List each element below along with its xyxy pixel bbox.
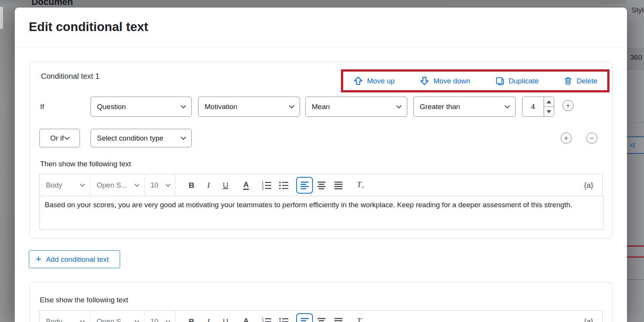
bullet-list-icon [278, 317, 289, 322]
ordered-list-icon: 1 2 3 [261, 317, 272, 322]
align-left-button-selected[interactable] [296, 313, 313, 322]
font-family-select[interactable]: Open S... [91, 174, 145, 196]
conditional-text-body: Based on your scores, you are very good … [45, 201, 572, 209]
font-size-select[interactable]: 10 [145, 174, 175, 196]
italic-button[interactable]: I [200, 174, 217, 196]
divider [15, 47, 627, 47]
align-justify-icon [334, 317, 343, 322]
paragraph-style-select[interactable]: Body [40, 311, 90, 322]
plus-icon: + [564, 134, 568, 142]
underline-button[interactable]: U [217, 311, 234, 322]
spacer [369, 174, 584, 196]
remove-condition-button[interactable]: − [586, 133, 597, 144]
stepper-down-button[interactable] [544, 107, 554, 116]
screen: Documen Style 360 xt Edit conditional te… [0, 0, 644, 322]
text-color-icon: A [243, 181, 249, 190]
move-up-label: Move up [367, 77, 395, 85]
align-left-icon [300, 181, 309, 190]
edit-conditional-text-dialog: Edit conditional text Conditional text 1… [15, 8, 627, 322]
plus-icon: + [36, 254, 41, 264]
chevron-down-icon [166, 318, 170, 322]
underline-icon: U [223, 181, 228, 190]
condition-type-select[interactable]: Question [91, 97, 192, 117]
italic-button[interactable]: I [200, 311, 217, 322]
duplicate-icon [495, 76, 505, 86]
rich-text-toolbar: Body Open S... 10 B I U [39, 310, 603, 322]
stepper-up-button[interactable] [544, 97, 554, 107]
italic-icon: I [207, 180, 210, 190]
move-down-button[interactable]: Move down [419, 76, 470, 86]
conjunction-select[interactable]: Or if [39, 129, 80, 147]
chevron-down-icon [289, 103, 294, 108]
metric-select[interactable]: Mean [305, 97, 407, 117]
chevron-down-icon [181, 103, 186, 108]
bullet-list-button[interactable] [275, 311, 292, 322]
italic-icon: I [207, 317, 210, 322]
align-justify-button[interactable] [330, 311, 347, 322]
selected-value: 10 [150, 317, 158, 322]
text-item-label: xt [630, 141, 635, 149]
bold-button[interactable]: B [183, 311, 200, 322]
chevron-down-icon [80, 182, 85, 187]
plus-icon: + [566, 102, 570, 109]
arrow-down-icon [419, 76, 430, 86]
align-left-button-selected[interactable] [296, 177, 313, 194]
operator-select[interactable]: Greater than [413, 97, 516, 117]
ordered-list-button[interactable]: 1 2 3 [258, 311, 275, 322]
clear-formatting-button[interactable]: T× [352, 174, 369, 196]
selected-value: Body [46, 317, 62, 322]
rich-text-toolbar: Body Open S... 10 B I U [39, 174, 603, 197]
text-color-button[interactable]: A [238, 311, 255, 322]
clear-formatting-icon: T× [357, 180, 364, 191]
selected-value: Body [46, 181, 62, 189]
add-condition-button[interactable]: + [561, 133, 572, 144]
add-conditional-text-button[interactable]: + Add conditional text [29, 250, 120, 268]
red-rule [627, 256, 644, 258]
align-center-button[interactable] [313, 311, 330, 322]
chevron-down-icon [181, 134, 186, 140]
piped-text-icon: {a} [584, 317, 593, 322]
clear-formatting-button[interactable]: T× [352, 311, 369, 322]
background-panel-edge [0, 7, 3, 29]
red-rule [627, 245, 644, 247]
bullet-list-icon [278, 181, 289, 190]
align-justify-button[interactable] [330, 174, 347, 196]
text-color-icon: A [243, 317, 249, 322]
selected-value: 10 [150, 181, 158, 189]
background-divider [73, 0, 73, 8]
align-center-button[interactable] [313, 174, 330, 196]
selected-value: Greater than [420, 103, 460, 111]
paragraph-style-select[interactable]: Body [40, 174, 90, 196]
select-condition-type[interactable]: Select condition type [91, 129, 192, 147]
selected-value: Motivation [205, 103, 238, 111]
chevron-down-icon [396, 103, 402, 108]
threshold-input[interactable]: 4 [522, 97, 554, 117]
underline-button[interactable]: U [217, 174, 234, 196]
delete-button[interactable]: Delete [563, 76, 597, 86]
piped-text-button[interactable]: {a} [584, 311, 593, 322]
svg-text:2: 2 [262, 320, 264, 322]
text-color-button[interactable]: A [238, 174, 255, 196]
add-button-label: Add conditional text [46, 255, 109, 264]
font-family-select[interactable]: Open S... [91, 311, 145, 322]
rich-text-content[interactable]: Based on your scores, you are very good … [39, 196, 603, 230]
selected-value: Open S... [97, 181, 127, 189]
underline-icon: U [223, 317, 228, 322]
style-label: Style [631, 6, 644, 14]
ordered-list-button[interactable]: 1 2 3 [258, 174, 275, 196]
piped-text-icon: {a} [584, 181, 593, 190]
triangle-down-icon [547, 110, 551, 113]
font-size-select[interactable]: 10 [145, 311, 175, 322]
duplicate-label: Duplicate [509, 77, 539, 85]
placeholder-value: Select condition type [97, 134, 163, 142]
minus-icon: − [589, 134, 594, 142]
ordered-list-icon: 1 2 3 [261, 181, 272, 190]
question-select[interactable]: Motivation [198, 97, 300, 117]
bullet-list-button[interactable] [275, 174, 292, 196]
bold-button[interactable]: B [183, 174, 200, 196]
duplicate-button[interactable]: Duplicate [495, 76, 539, 86]
piped-text-button[interactable]: {a} [584, 174, 593, 196]
background-nav-item-text: xt [627, 136, 644, 154]
add-condition-button[interactable]: + [563, 100, 574, 111]
move-up-button[interactable]: Move up [353, 76, 395, 86]
